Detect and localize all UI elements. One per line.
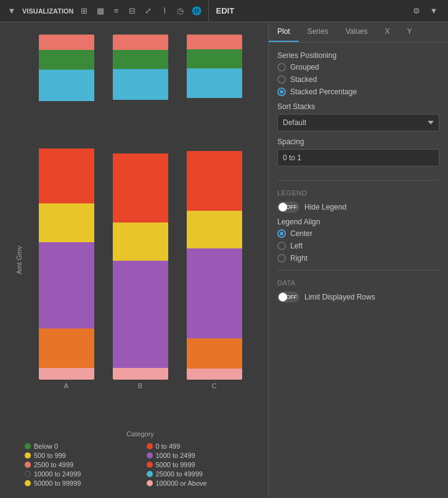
area-chart-icon[interactable]: ⌇ xyxy=(158,4,171,18)
bar-segment xyxy=(187,49,242,68)
edit-section: EDIT ⚙ ▼ xyxy=(209,0,448,22)
radio-left-label: Left xyxy=(290,242,303,250)
bar-c-label: C xyxy=(212,382,217,390)
tabs-bar: Plot Series Values X Y xyxy=(269,22,448,43)
grid-icon[interactable]: ⊟ xyxy=(126,4,139,18)
legend-item-10000to24999: 10000 to 24999 xyxy=(25,470,134,478)
pie-chart-icon[interactable]: ◷ xyxy=(174,4,187,18)
stacked-bar-a xyxy=(39,35,94,380)
bar-b: B xyxy=(113,35,168,423)
right-panel: Plot Series Values X Y Series Positionin… xyxy=(268,22,448,498)
radio-center[interactable]: Center xyxy=(277,229,439,238)
bar-segment xyxy=(113,50,168,69)
settings-icon[interactable]: ⚙ xyxy=(410,4,423,18)
hide-legend-toggle[interactable]: OFF xyxy=(277,202,299,213)
legend-label-2500to4999: 2500 to 4999 xyxy=(34,461,73,468)
sort-stacks-select[interactable]: Default xyxy=(277,114,439,131)
tab-values[interactable]: Values xyxy=(337,22,377,42)
legend-item-100000above: 100000 or Above xyxy=(147,480,256,487)
legend-item-25000to49999: 25000 to 49999 xyxy=(147,470,256,478)
tab-x[interactable]: X xyxy=(377,22,399,42)
bar-segment xyxy=(187,248,242,338)
bar-segment xyxy=(113,35,168,50)
legend-dot-0to499 xyxy=(147,443,153,449)
legend-item-500to999: 500 to 999 xyxy=(25,452,134,459)
x-axis-title: Category xyxy=(18,430,262,438)
spacing-input[interactable] xyxy=(277,149,439,166)
bar-segment xyxy=(187,98,242,150)
bar-segment xyxy=(39,203,94,243)
edit-panel-plot: Series Positioning Grouped Stacked Stack… xyxy=(269,43,448,498)
legend-label-1000to2499: 1000 to 2499 xyxy=(156,452,195,459)
list-icon[interactable]: ≡ xyxy=(110,4,123,18)
data-section-title: DATA xyxy=(277,279,439,287)
legend-divider xyxy=(277,180,439,181)
legend-dot-1000to2499 xyxy=(147,452,153,459)
radio-stacked-pct-label: Stacked Percentage xyxy=(290,88,357,96)
legend-item-below0: Below 0 xyxy=(25,443,134,450)
legend-item-1000to2499: 1000 to 2499 xyxy=(147,452,256,459)
radio-left[interactable]: Left xyxy=(277,242,439,250)
legend-dot-10000to24999 xyxy=(25,471,31,477)
legend-label-below0: Below 0 xyxy=(34,443,58,450)
radio-center-circle xyxy=(277,229,286,238)
bar-segment xyxy=(39,242,94,329)
spacing-label: Spacing xyxy=(277,137,439,146)
radio-stacked-pct[interactable]: Stacked Percentage xyxy=(277,88,439,96)
viz-section: ▼ VISUALIZATION ⊞ ▦ ≡ ⊟ ⤢ ⌇ ◷ 🌐 xyxy=(0,0,209,22)
stacked-bar-b xyxy=(113,35,168,380)
limit-rows-label: Limit Displayed Rows xyxy=(304,293,375,301)
bar-segment xyxy=(113,368,168,380)
line-chart-icon[interactable]: ⤢ xyxy=(142,4,155,18)
bar-segment xyxy=(39,329,94,368)
chevron-down-icon[interactable]: ▼ xyxy=(5,4,18,18)
bar-segment xyxy=(113,222,168,261)
stacked-bar-c xyxy=(187,35,242,380)
bar-chart-icon[interactable]: ▦ xyxy=(94,4,107,18)
radio-left-circle xyxy=(277,242,286,250)
legend-dot-2500to4999 xyxy=(25,462,31,468)
legend-label-0to499: 0 to 499 xyxy=(156,443,181,450)
bars-container: A B xyxy=(18,28,262,429)
chart-area: Amt Gmv A xyxy=(0,22,268,498)
legend-dot-500to999 xyxy=(25,452,31,459)
radio-grouped[interactable]: Grouped xyxy=(277,63,439,71)
tab-y[interactable]: Y xyxy=(399,22,421,42)
map-icon[interactable]: 🌐 xyxy=(190,4,203,18)
legend-label-10000to24999: 10000 to 24999 xyxy=(34,470,81,478)
dropdown-icon[interactable]: ▼ xyxy=(427,4,441,18)
bar-segment xyxy=(39,35,94,50)
legend-dot-below0 xyxy=(25,443,31,449)
radio-right[interactable]: Right xyxy=(277,254,439,263)
limit-rows-toggle[interactable]: OFF xyxy=(277,292,299,303)
legend-label-50000to99999: 50000 to 99999 xyxy=(34,480,81,487)
table-icon[interactable]: ⊞ xyxy=(78,4,91,18)
bar-segment xyxy=(187,151,242,211)
series-positioning-group: Grouped Stacked Stacked Percentage xyxy=(277,63,439,96)
bar-segment xyxy=(187,338,242,369)
bar-segment xyxy=(187,35,242,49)
bar-segment xyxy=(187,68,242,99)
hide-legend-label: Hide Legend xyxy=(304,203,346,211)
tab-series[interactable]: Series xyxy=(299,22,337,42)
viz-title: VISUALIZATION xyxy=(22,7,74,15)
data-divider xyxy=(277,270,439,271)
bar-segment xyxy=(187,211,242,248)
legend-item-2500to4999: 2500 to 4999 xyxy=(25,461,134,468)
series-positioning-label: Series Positioning xyxy=(277,51,439,60)
legend-area: Below 0 0 to 499 500 to 999 1000 to 2499… xyxy=(18,438,262,492)
bar-segment xyxy=(113,153,168,222)
tab-plot[interactable]: Plot xyxy=(269,22,299,42)
radio-stacked[interactable]: Stacked xyxy=(277,75,439,84)
radio-grouped-circle xyxy=(277,63,286,71)
radio-right-label: Right xyxy=(290,254,307,263)
top-toolbar: ▼ VISUALIZATION ⊞ ▦ ≡ ⊟ ⤢ ⌇ ◷ 🌐 EDIT ⚙ ▼ xyxy=(0,0,448,22)
radio-right-circle xyxy=(277,254,286,263)
legend-label-500to999: 500 to 999 xyxy=(34,452,66,459)
legend-section-title: LEGEND xyxy=(277,189,439,197)
toolbar-icons: ⊞ ▦ ≡ ⊟ ⤢ ⌇ ◷ 🌐 xyxy=(78,4,203,18)
legend-align-label: Legend Align xyxy=(277,218,439,226)
sort-stacks-label: Sort Stacks xyxy=(277,102,439,111)
toggle-off-label-2: OFF xyxy=(286,294,297,300)
legend-dot-25000to49999 xyxy=(147,471,153,477)
